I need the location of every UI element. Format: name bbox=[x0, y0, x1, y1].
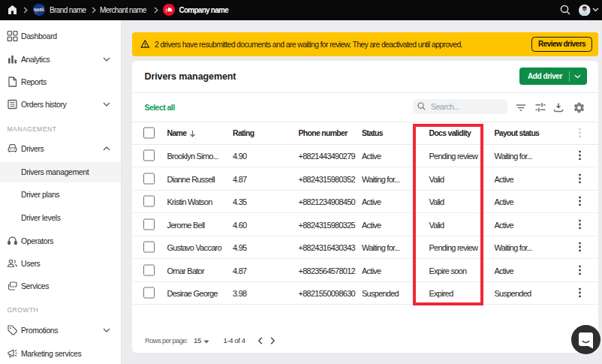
svg-text:NASA: NASA bbox=[34, 8, 44, 11]
